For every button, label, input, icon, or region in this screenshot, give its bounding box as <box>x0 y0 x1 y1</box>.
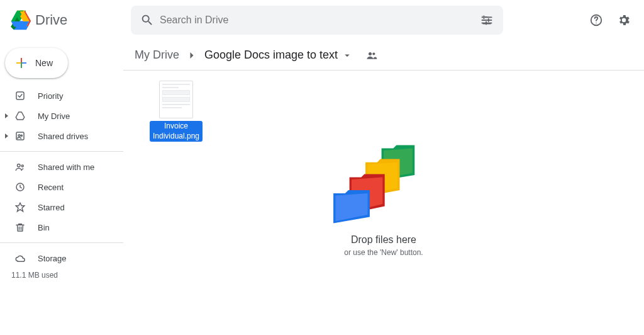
sidebar-item-label: Bin <box>38 223 50 232</box>
shareddrives-icon <box>14 130 26 142</box>
new-button-label: New <box>35 58 53 68</box>
svg-rect-11 <box>482 16 492 18</box>
new-button[interactable]: New <box>5 48 68 78</box>
drop-title: Drop files here <box>351 234 416 246</box>
priority-icon <box>14 90 26 101</box>
svg-point-24 <box>21 135 22 136</box>
drop-subtitle: or use the 'New' button. <box>344 248 423 257</box>
tune-icon[interactable] <box>474 8 499 33</box>
search-bar[interactable] <box>131 6 503 35</box>
svg-rect-12 <box>482 20 492 21</box>
sidebar-item-label: Storage <box>38 254 67 263</box>
search-input[interactable] <box>160 14 474 26</box>
sidebar-item-storage[interactable]: Storage <box>0 248 123 268</box>
svg-point-19 <box>596 22 596 23</box>
svg-rect-20 <box>16 92 24 99</box>
breadcrumb: My Drive Google Docs image to text <box>123 40 644 71</box>
svg-point-25 <box>18 164 21 168</box>
sidebar-item-shared[interactable]: Shared with me <box>0 157 123 177</box>
chevron-right-icon <box>186 49 198 62</box>
logo[interactable]: Drive <box>8 8 131 33</box>
breadcrumb-current[interactable]: Google Docs image to text <box>201 46 357 64</box>
sidebar-item-bin[interactable]: Bin <box>0 217 123 237</box>
storage-used: 11.1 MB used <box>0 268 123 280</box>
sidebar-item-starred[interactable]: Starred <box>0 197 123 217</box>
svg-point-23 <box>18 135 20 137</box>
recent-icon <box>14 181 26 193</box>
sidebar-item-label: Starred <box>38 203 65 212</box>
cloud-icon <box>14 253 26 264</box>
folders-illustration-icon <box>330 139 437 227</box>
file-area[interactable]: Invoice Individual.png <box>123 71 644 335</box>
file-item[interactable]: Invoice Individual.png <box>150 81 203 142</box>
sidebar-item-label: Shared drives <box>38 132 88 141</box>
app-name: Drive <box>35 12 67 28</box>
main: My Drive Google Docs image to text <box>123 40 644 335</box>
svg-marker-28 <box>16 203 25 212</box>
people-icon[interactable] <box>365 49 378 62</box>
svg-point-29 <box>369 52 372 55</box>
breadcrumb-current-label: Google Docs image to text <box>204 48 338 62</box>
sidebar-item-label: Priority <box>38 91 63 101</box>
sidebar: New Priority My Drive Shared drives <box>0 40 123 335</box>
sidebar-item-mydrive[interactable]: My Drive <box>0 106 123 126</box>
drive-logo-icon <box>8 8 33 33</box>
sidebar-item-shareddrives[interactable]: Shared drives <box>0 126 123 146</box>
divider <box>0 242 123 243</box>
settings-icon[interactable] <box>611 8 636 33</box>
breadcrumb-root[interactable]: My Drive <box>131 46 183 64</box>
sidebar-item-label: My Drive <box>38 111 70 121</box>
chevron-down-icon <box>341 50 353 61</box>
svg-point-30 <box>372 52 375 55</box>
file-thumbnail <box>159 81 193 118</box>
search-icon[interactable] <box>135 8 160 33</box>
divider <box>0 151 123 152</box>
svg-rect-15 <box>484 15 485 19</box>
svg-rect-16 <box>488 18 489 22</box>
help-icon[interactable] <box>584 8 609 33</box>
svg-rect-17 <box>486 21 487 25</box>
sidebar-item-label: Recent <box>38 183 64 192</box>
sidebar-item-recent[interactable]: Recent <box>0 177 123 197</box>
drop-zone: Drop files here or use the 'New' button. <box>330 139 437 257</box>
sidebar-item-label: Shared with me <box>38 162 94 172</box>
mydrive-icon <box>14 110 26 122</box>
star-icon <box>14 202 26 213</box>
sidebar-item-priority[interactable]: Priority <box>0 86 123 106</box>
shared-icon <box>14 161 26 173</box>
svg-point-26 <box>21 165 23 167</box>
trash-icon <box>14 222 26 233</box>
file-name: Invoice Individual.png <box>150 121 203 142</box>
plus-icon <box>14 55 29 71</box>
svg-marker-21 <box>16 112 25 120</box>
